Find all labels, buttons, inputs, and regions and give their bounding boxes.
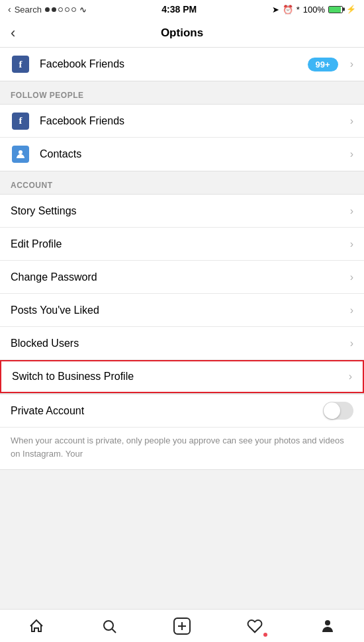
tab-profile[interactable] bbox=[311, 610, 344, 642]
tab-activity[interactable] bbox=[238, 610, 271, 642]
status-back-arrow: ‹ bbox=[8, 4, 11, 15]
chevron-icon-fb: › bbox=[350, 115, 353, 127]
list-item-facebook-friends-top[interactable]: f Facebook Friends 99+ › bbox=[0, 48, 364, 81]
private-account-section: Private Account When your account is pri… bbox=[0, 394, 364, 470]
private-account-description: When your account is private, only peopl… bbox=[0, 428, 364, 469]
list-item-story-settings[interactable]: Story Settings › bbox=[0, 195, 364, 228]
switch-business-label: Switch to Business Profile bbox=[12, 371, 343, 383]
contacts-icon-wrapper bbox=[11, 146, 30, 163]
chevron-icon-switch: › bbox=[349, 371, 352, 383]
facebook-icon-wrapper: f bbox=[11, 56, 30, 73]
dot-5 bbox=[71, 7, 76, 12]
list-item-switch-business[interactable]: Switch to Business Profile › bbox=[0, 360, 364, 393]
list-item-facebook-friends[interactable]: f Facebook Friends › bbox=[0, 105, 364, 138]
search-icon bbox=[101, 618, 117, 634]
home-icon bbox=[28, 618, 44, 634]
facebook-icon-2: f bbox=[12, 113, 29, 130]
facebook-badge: 99+ bbox=[308, 58, 338, 71]
alarm-icon: ⏰ bbox=[283, 5, 293, 15]
edit-profile-label: Edit Profile bbox=[11, 238, 345, 250]
svg-point-6 bbox=[325, 620, 330, 625]
private-account-toggle[interactable] bbox=[323, 402, 353, 420]
section-group-follow-people: f Facebook Friends › Contacts › bbox=[0, 104, 364, 171]
chevron-icon: › bbox=[350, 58, 353, 70]
status-left: ‹ Search ∿ bbox=[8, 4, 87, 15]
list-item-blocked-users[interactable]: Blocked Users › bbox=[0, 327, 364, 360]
facebook-icon-wrapper-2: f bbox=[11, 113, 30, 130]
content-area: f Facebook Friends 99+ › FOLLOW PEOPLE f… bbox=[0, 48, 364, 609]
svg-point-1 bbox=[104, 621, 113, 630]
facebook-friends-top-label: Facebook Friends bbox=[40, 58, 308, 70]
chevron-icon-liked: › bbox=[350, 304, 353, 316]
facebook-friends-label: Facebook Friends bbox=[40, 115, 345, 127]
dot-2 bbox=[52, 7, 56, 12]
contacts-label: Contacts bbox=[40, 148, 345, 160]
list-item-change-password[interactable]: Change Password › bbox=[0, 261, 364, 294]
svg-point-0 bbox=[19, 150, 23, 154]
back-button[interactable]: ‹ bbox=[11, 24, 15, 42]
contacts-icon bbox=[12, 146, 29, 163]
battery-fill bbox=[329, 7, 341, 13]
chevron-icon-pw: › bbox=[350, 271, 353, 283]
blocked-users-label: Blocked Users bbox=[11, 338, 345, 349]
private-account-row: Private Account bbox=[0, 394, 364, 428]
bluetooth-icon: * bbox=[296, 5, 300, 15]
dot-3 bbox=[58, 7, 63, 12]
list-item-edit-profile[interactable]: Edit Profile › bbox=[0, 228, 364, 261]
page-title: Options bbox=[161, 26, 203, 40]
status-bar: ‹ Search ∿ 4:38 PM ➤ ⏰ * 100% ⚡ bbox=[0, 0, 364, 19]
change-password-label: Change Password bbox=[11, 271, 345, 283]
heart-icon bbox=[247, 618, 263, 634]
wifi-icon: ∿ bbox=[79, 5, 87, 15]
status-search-text: Search bbox=[15, 5, 42, 15]
charging-icon: ⚡ bbox=[346, 5, 356, 14]
battery-icon bbox=[328, 6, 343, 13]
story-settings-label: Story Settings bbox=[11, 205, 345, 217]
section-header-follow-people: FOLLOW PEOPLE bbox=[0, 81, 364, 104]
status-time: 4:38 PM bbox=[161, 4, 197, 15]
tab-home[interactable] bbox=[20, 610, 53, 642]
section-header-account: ACCOUNT bbox=[0, 171, 364, 194]
posts-liked-label: Posts You've Liked bbox=[11, 304, 345, 316]
add-icon bbox=[173, 618, 191, 635]
activity-notification-dot bbox=[263, 633, 267, 637]
chevron-icon-contacts: › bbox=[350, 148, 353, 160]
tab-bar bbox=[0, 609, 364, 642]
dot-4 bbox=[65, 7, 69, 12]
section-group-account: Story Settings › Edit Profile › Change P… bbox=[0, 194, 364, 394]
chevron-icon-story: › bbox=[350, 205, 353, 217]
profile-icon bbox=[320, 618, 336, 634]
section-account: ACCOUNT Story Settings › Edit Profile › … bbox=[0, 171, 364, 394]
nav-bar: ‹ Options bbox=[0, 19, 364, 48]
battery-pct: 100% bbox=[303, 5, 325, 15]
top-section: f Facebook Friends 99+ › bbox=[0, 48, 364, 81]
location-icon: ➤ bbox=[272, 5, 279, 15]
status-right: ➤ ⏰ * 100% ⚡ bbox=[272, 5, 356, 15]
tab-search[interactable] bbox=[93, 610, 126, 642]
toggle-knob bbox=[324, 402, 340, 419]
section-follow-people: FOLLOW PEOPLE f Facebook Friends › bbox=[0, 81, 364, 171]
chevron-icon-blocked: › bbox=[350, 338, 353, 349]
chevron-icon-edit: › bbox=[350, 238, 353, 250]
dot-1 bbox=[45, 7, 50, 12]
facebook-icon: f bbox=[12, 56, 29, 73]
svg-line-2 bbox=[113, 629, 116, 633]
status-signal-dots bbox=[45, 7, 76, 12]
tab-add[interactable] bbox=[165, 610, 199, 642]
list-item-contacts[interactable]: Contacts › bbox=[0, 138, 364, 171]
private-account-label: Private Account bbox=[11, 405, 323, 417]
list-item-posts-liked[interactable]: Posts You've Liked › bbox=[0, 294, 364, 327]
